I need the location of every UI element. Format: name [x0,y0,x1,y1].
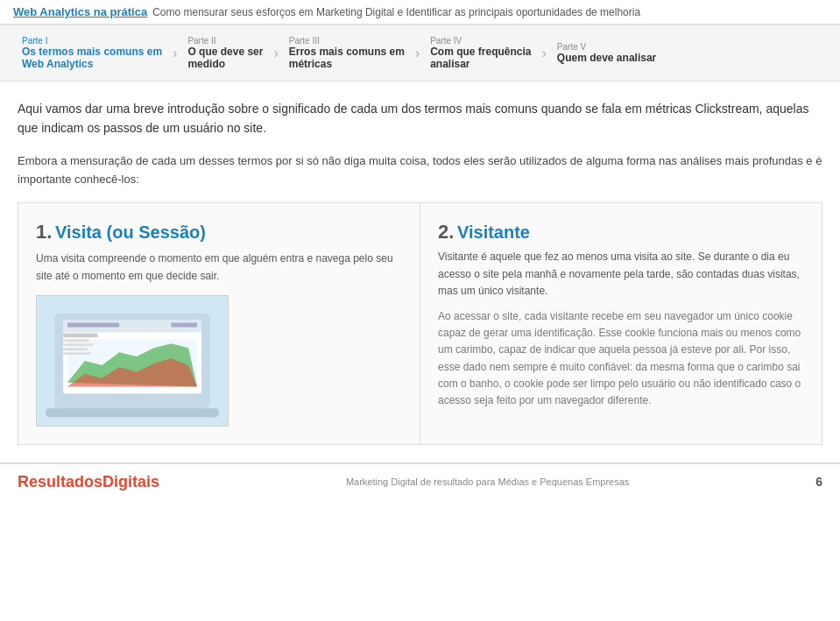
card2-header: 2. Visitante [438,221,804,243]
intro-text: Aqui vamos dar uma breve introdução sobr… [18,99,822,138]
card2-number: 2. [438,221,454,243]
nav-bar: Parte I Os termos mais comuns emWeb Anal… [0,25,840,81]
nav-label-main-4: Com que frequênciaanalisar [430,46,531,70]
svg-rect-10 [63,343,94,346]
card-left: 1. Visita (ou Sessão) Uma visita compree… [18,203,420,443]
card2-title: Visitante [457,222,530,242]
svg-rect-9 [63,339,89,342]
nav-label-main-1: Os termos mais comuns emWeb Analytics [22,46,162,70]
top-bar-title: Web Analytics na prática [13,5,147,18]
top-bar-subtitle: Como mensurar seus esforços em Marketing… [152,6,640,18]
card-container: 1. Visita (ou Sessão) Uma visita compree… [18,202,822,444]
nav-arrow-2: › [273,46,278,61]
top-bar: Web Analytics na prática Como mensurar s… [0,0,840,25]
nav-arrow-1: › [173,46,177,61]
footer-logo: ResultadosDigitais [18,473,159,491]
card2-desc2: Ao acessar o site, cada visitante recebe… [438,308,804,409]
body-text: Embora a mensuração de cada um desses te… [18,152,822,189]
nav-label-small-5: Parte V [557,42,656,52]
footer-page: 6 [815,475,822,489]
nav-item-5[interactable]: Parte V Quem deve analisar [548,39,665,67]
nav-label-main-2: O que deve sermedido [187,46,263,70]
nav-label-small-4: Parte IV [430,36,531,46]
svg-rect-12 [63,352,91,355]
footer: ResultadosDigitais Marketing Digital de … [0,462,840,500]
card1-header: 1. Visita (ou Sessão) [36,221,402,243]
card1-desc: Uma visita compreende o momento em que a… [36,251,402,284]
svg-rect-8 [63,333,97,337]
nav-label-small-1: Parte I [22,36,162,46]
nav-arrow-4: › [542,46,547,61]
footer-logo-red: Digitais [102,473,159,490]
nav-item-1[interactable]: Parte I Os termos mais comuns emWeb Anal… [13,32,171,74]
card2-desc1: Visitante é aquele que fez ao menos uma … [438,249,804,300]
card1-title: Visita (ou Sessão) [55,222,206,242]
main-content: Aqui vamos dar uma breve introdução sobr… [0,81,840,454]
svg-rect-14 [171,322,197,327]
nav-label-main-5: Quem deve analisar [557,52,656,64]
nav-label-small-2: Parte II [187,36,263,46]
card-right: 2. Visitante Visitante é aquele que fez … [420,203,822,443]
nav-arrow-3: › [415,46,420,61]
nav-label-small-3: Parte III [289,36,405,46]
card1-number: 1. [36,221,52,243]
svg-rect-13 [67,322,119,327]
svg-rect-3 [46,408,218,417]
nav-item-3[interactable]: Parte III Erros mais comuns emmétricas [280,32,413,74]
footer-center: Marketing Digital de resultado para Médi… [346,476,629,487]
svg-rect-11 [63,348,88,350]
footer-logo-black: Resultados [18,473,102,490]
nav-item-4[interactable]: Parte IV Com que frequênciaanalisar [421,32,540,74]
nav-item-2[interactable]: Parte II O que deve sermedido [179,32,272,74]
nav-label-main-3: Erros mais comuns emmétricas [289,46,405,70]
analytics-image [36,295,229,427]
